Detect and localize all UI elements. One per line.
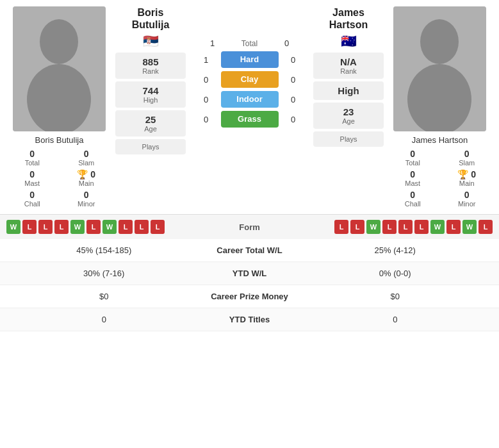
left-slam-label: Slam [61, 159, 113, 167]
form-badge-l: L [119, 220, 133, 234]
left-player-avatar [13, 6, 106, 131]
stats-right-2: $0 [301, 292, 490, 301]
left-chall-value: 0 [6, 190, 58, 200]
left-rank-value: 885 [122, 56, 179, 67]
hard-button[interactable]: Hard [221, 51, 279, 68]
right-age-value: 23 [320, 106, 377, 117]
right-chall-cell: 0 Chall [387, 190, 439, 208]
form-badge-w: W [462, 220, 477, 234]
left-player-name: Boris Butulija [35, 135, 84, 145]
left-trophy-icon: 🏆 [77, 169, 88, 179]
total-right-val: 0 [277, 38, 297, 48]
right-high-value: High [320, 85, 377, 96]
form-badge-l: L [350, 220, 364, 234]
grass-row: 0 Grass 0 [189, 111, 310, 128]
form-badge-l: L [382, 220, 397, 234]
stats-row-0: 45% (154-185) Career Total W/L 25% (4-12… [0, 239, 499, 262]
left-chall-label: Chall [6, 200, 58, 208]
form-badge-w: W [70, 220, 85, 234]
left-high-value: 744 [122, 85, 179, 96]
right-player-name: James Hartson [412, 135, 468, 145]
center-column: 1 Total 0 1 Hard 0 0 Clay 0 0 Indoor 0 0 [189, 6, 310, 208]
left-age-box: 25 Age [115, 110, 186, 137]
right-slam-label: Slam [441, 159, 493, 167]
left-player-name-top: BorisButulija [132, 6, 170, 31]
form-badge-l: L [22, 220, 37, 234]
right-minor-value: 0 [441, 190, 493, 200]
form-badge-l: L [398, 220, 413, 234]
form-badge-l: L [479, 220, 493, 234]
right-plays-label: Plays [320, 135, 377, 143]
hard-right-val: 0 [284, 55, 303, 65]
right-mast-cell: 0 Mast [387, 169, 439, 187]
right-rank-label: Rank [320, 67, 377, 75]
left-total-value: 0 [6, 149, 58, 159]
right-high-box: High [313, 81, 384, 100]
main-container: Boris Butulija 0 Total 0 Slam 0 Mast 🏆 [0, 0, 499, 331]
svg-point-5 [407, 64, 471, 131]
stats-center-3: YTD Titles [199, 315, 301, 324]
left-rank-box: 885 Rank [115, 53, 186, 79]
right-player-stats: 0 Total 0 Slam 0 Mast 🏆 0 Main [387, 149, 493, 208]
stats-row-1: 30% (7-16) YTD W/L 0% (0-0) [0, 262, 499, 285]
form-badge-l: L [334, 220, 348, 234]
indoor-left-val: 0 [197, 95, 216, 104]
right-trophy-icon: 🏆 [457, 169, 468, 179]
right-main-cell: 🏆 0 Main [441, 169, 493, 187]
right-player-card: James Hartson 0 Total 0 Slam 0 Mast 🏆 [387, 6, 493, 208]
left-slam-cell: 0 Slam [61, 149, 113, 167]
left-form-badges: WLLLWLWLLL [6, 220, 165, 234]
grass-button[interactable]: Grass [221, 111, 279, 128]
form-badge-w: W [430, 220, 445, 234]
left-total-label: Total [6, 159, 58, 167]
right-mast-label: Mast [387, 179, 439, 187]
right-minor-label: Minor [441, 200, 493, 208]
right-form-badges: LLWLLLWLWL [334, 220, 493, 234]
right-total-cell: 0 Total [387, 149, 439, 167]
left-main-cell: 🏆 0 Main [61, 169, 113, 187]
right-flag: 🇦🇺 [341, 33, 357, 49]
grass-right-val: 0 [284, 115, 303, 124]
form-label: Form [239, 222, 260, 232]
svg-point-4 [420, 19, 459, 64]
form-badge-l: L [54, 220, 69, 234]
left-age-label: Age [122, 125, 179, 133]
form-badge-w: W [102, 220, 117, 234]
stats-left-1: 30% (7-16) [10, 269, 199, 278]
right-minor-cell: 0 Minor [441, 190, 493, 208]
right-middle-stats: JamesHartson 🇦🇺 N/A Rank High 23 Age Pla… [313, 6, 384, 208]
left-plays-label: Plays [122, 143, 179, 151]
form-badge-l: L [38, 220, 53, 234]
indoor-row: 0 Indoor 0 [189, 91, 310, 108]
left-mast-label: Mast [6, 179, 58, 187]
stats-row-3: 0 YTD Titles 0 [0, 308, 499, 331]
stats-center-2: Career Prize Money [199, 292, 301, 301]
career-stats-table: 45% (154-185) Career Total W/L 25% (4-12… [0, 239, 499, 331]
clay-row: 0 Clay 0 [189, 71, 310, 88]
right-mast-value: 0 [387, 169, 439, 179]
right-age-box: 23 Age [313, 103, 384, 129]
right-player-name-top: JamesHartson [329, 6, 368, 31]
left-age-value: 25 [122, 114, 179, 125]
form-badge-w: W [6, 220, 20, 234]
left-middle-stats: BorisButulija 🇷🇸 885 Rank 744 High 25 Ag… [115, 6, 186, 208]
right-plays-box: Plays [313, 131, 384, 147]
right-rank-box: N/A Rank [313, 53, 384, 79]
stats-row-2: $0 Career Prize Money $0 [0, 285, 499, 308]
left-player-stats: 0 Total 0 Slam 0 Mast 🏆 0 Main [6, 149, 112, 208]
form-badge-l: L [446, 220, 461, 234]
clay-button[interactable]: Clay [221, 71, 279, 88]
left-flag: 🇷🇸 [143, 33, 159, 49]
svg-point-1 [40, 19, 78, 64]
indoor-button[interactable]: Indoor [221, 91, 279, 108]
right-age-label: Age [320, 117, 377, 125]
left-total-cell: 0 Total [6, 149, 58, 167]
stats-right-1: 0% (0-0) [301, 269, 490, 278]
right-slam-value: 0 [441, 149, 493, 159]
right-chall-value: 0 [387, 190, 439, 200]
left-high-box: 744 High [115, 81, 186, 108]
right-slam-cell: 0 Slam [441, 149, 493, 167]
right-main-value: 0 [471, 169, 476, 179]
hard-left-val: 1 [197, 55, 216, 65]
left-high-label: High [122, 96, 179, 104]
